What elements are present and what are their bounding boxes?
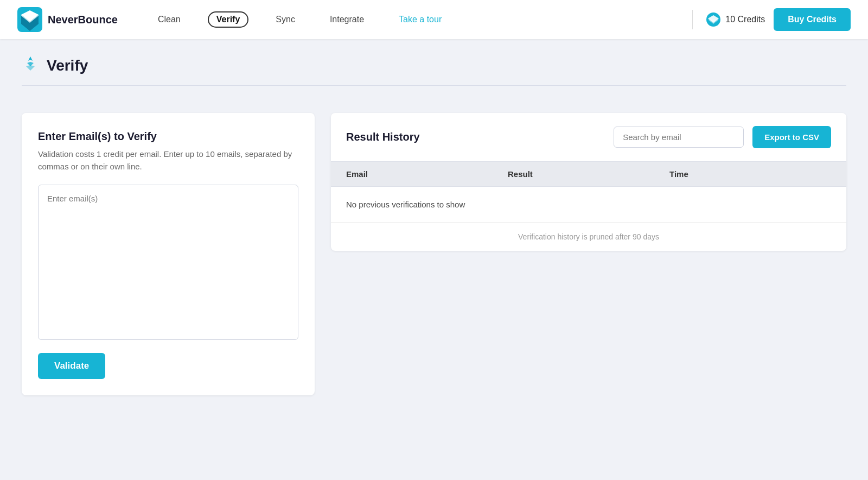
- page-title-row: Verify: [22, 55, 846, 75]
- neverbounce-logo-icon: [17, 7, 42, 32]
- title-divider: [22, 85, 846, 86]
- export-to-csv-button[interactable]: Export to CSV: [752, 126, 831, 148]
- table-empty-message: No previous verifications to show: [331, 187, 846, 223]
- result-history-title: Result History: [346, 131, 605, 143]
- nav-take-tour[interactable]: Take a tour: [391, 11, 449, 28]
- logo-text: NeverBounce: [48, 14, 118, 26]
- email-textarea[interactable]: [38, 185, 298, 340]
- nav-verify[interactable]: Verify: [208, 11, 249, 28]
- credits-count: 10 Credits: [725, 15, 765, 24]
- main-nav: Clean Verify Sync Integrate Take a tour: [150, 11, 688, 28]
- credits-area: 10 Credits: [706, 12, 765, 27]
- nav-clean[interactable]: Clean: [150, 11, 188, 28]
- nav-integrate[interactable]: Integrate: [322, 11, 372, 28]
- buy-credits-button[interactable]: Buy Credits: [774, 8, 851, 31]
- header-divider: [692, 10, 693, 29]
- page-title-area: Verify: [0, 39, 868, 97]
- enter-emails-description: Validation costs 1 credit per email. Ent…: [38, 148, 298, 173]
- col-header-time: Time: [669, 169, 831, 179]
- table-header: Email Result Time: [331, 161, 846, 187]
- logo-area: NeverBounce: [17, 7, 118, 32]
- table-footer-note: Verification history is pruned after 90 …: [331, 223, 846, 251]
- result-history-header: Result History Export to CSV: [331, 113, 846, 161]
- col-header-email: Email: [346, 169, 508, 179]
- col-header-result: Result: [508, 169, 669, 179]
- main-content: Enter Email(s) to Verify Validation cost…: [0, 97, 868, 412]
- header-right: 10 Credits Buy Credits: [688, 8, 851, 31]
- email-entry-panel: Enter Email(s) to Verify Validation cost…: [22, 113, 315, 395]
- verify-page-icon: [22, 55, 39, 75]
- validate-button[interactable]: Validate: [38, 353, 105, 379]
- search-by-email-input[interactable]: [614, 127, 744, 148]
- credits-icon: [706, 12, 721, 27]
- page-title: Verify: [47, 57, 88, 74]
- nav-sync[interactable]: Sync: [268, 11, 303, 28]
- result-history-panel: Result History Export to CSV Email Resul…: [331, 113, 846, 251]
- enter-emails-title: Enter Email(s) to Verify: [38, 130, 298, 143]
- header: NeverBounce Clean Verify Sync Integrate …: [0, 0, 868, 39]
